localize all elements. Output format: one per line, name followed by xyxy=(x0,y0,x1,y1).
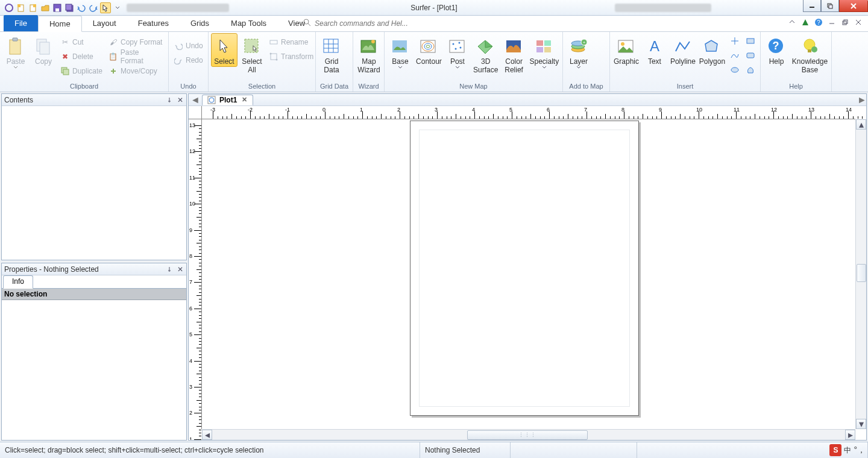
close-icon[interactable]: ✕ xyxy=(175,96,185,104)
close-button[interactable] xyxy=(839,0,868,12)
tab-grids[interactable]: Grids xyxy=(180,15,220,31)
delete-icon: ✖ xyxy=(60,52,70,61)
maximize-button[interactable] xyxy=(821,0,839,12)
grid-data-button[interactable]: Grid Data xyxy=(318,33,345,75)
properties-tabs: Info xyxy=(2,275,186,289)
select-button[interactable]: Select xyxy=(211,33,237,67)
svg-rect-11 xyxy=(829,5,832,8)
insert-point-icon[interactable] xyxy=(728,34,742,48)
qat-saveall-icon[interactable] xyxy=(64,2,75,13)
qat-pointer-icon[interactable] xyxy=(100,2,111,13)
tab-features[interactable]: Features xyxy=(127,15,180,31)
svg-rect-10 xyxy=(828,4,831,7)
tabs-right-controls: ? xyxy=(787,17,863,27)
base-button[interactable]: Base xyxy=(387,33,414,71)
search-input[interactable] xyxy=(315,19,417,28)
properties-body[interactable] xyxy=(2,300,186,440)
minimize-button[interactable] xyxy=(803,0,821,12)
post-button[interactable]: Post xyxy=(444,33,471,71)
collapse-ribbon-icon[interactable] xyxy=(787,17,797,27)
tab-home[interactable]: Home xyxy=(38,16,82,32)
layer-button[interactable]: +Layer xyxy=(565,33,592,71)
move-copy-button[interactable]: Move/Copy xyxy=(106,64,166,78)
copy-button[interactable]: Copy xyxy=(30,33,57,67)
mdi-restore-icon[interactable] xyxy=(840,17,850,27)
help-button[interactable]: ?Help xyxy=(763,33,790,67)
scroll-left-icon[interactable]: ◂ xyxy=(202,430,212,440)
graphic-button[interactable]: Graphic xyxy=(612,33,640,67)
tab-layout[interactable]: Layout xyxy=(82,15,127,31)
polyline-button[interactable]: Polyline xyxy=(669,33,697,67)
tab-nav-right-icon[interactable]: ► xyxy=(858,96,866,104)
redo-button[interactable]: Redo xyxy=(171,54,206,67)
vertical-scrollbar[interactable]: ▴ ▾ xyxy=(855,119,866,429)
qat-undo-icon[interactable] xyxy=(76,2,87,13)
select-all-icon xyxy=(242,37,262,56)
duplicate-button[interactable]: Duplicate xyxy=(58,64,105,78)
insert-rrect-icon[interactable] xyxy=(743,49,758,62)
svg-rect-26 xyxy=(270,40,277,44)
color-relief-button[interactable]: Color Relief xyxy=(501,33,527,75)
insert-spline-icon[interactable] xyxy=(728,49,742,62)
scroll-right-icon[interactable]: ▸ xyxy=(845,430,855,440)
insert-rect-icon[interactable] xyxy=(743,34,758,48)
pin-icon[interactable] xyxy=(165,265,174,274)
mdi-close-icon[interactable] xyxy=(854,17,863,27)
mdi-min-icon[interactable] xyxy=(827,17,837,27)
search-icon xyxy=(303,18,311,29)
dropdown-icon xyxy=(455,66,460,69)
close-icon[interactable]: ✕ xyxy=(175,265,185,274)
app-icon[interactable] xyxy=(4,2,14,13)
svg-text:A: A xyxy=(650,38,659,54)
tab-info[interactable]: Info xyxy=(3,275,33,289)
text-button[interactable]: AText xyxy=(641,33,668,67)
copy-format-button[interactable]: 🖌Copy Format xyxy=(106,36,166,49)
transform-button[interactable]: Transform xyxy=(266,50,316,63)
polygon-button[interactable]: Polygon xyxy=(698,33,726,67)
svg-rect-68 xyxy=(808,49,811,52)
lang-icon[interactable]: 中 xyxy=(844,445,851,456)
group-label: Grid Data xyxy=(318,82,350,92)
cut-button[interactable]: ✂Cut xyxy=(58,36,105,49)
feedback-icon[interactable] xyxy=(800,17,810,27)
surface-button[interactable]: 3D Surface xyxy=(472,33,500,75)
scroll-thumb[interactable] xyxy=(857,264,866,282)
scroll-thumb[interactable]: ⋮⋮⋮ xyxy=(467,430,588,440)
ime-icon[interactable]: S xyxy=(829,444,841,456)
tab-nav-left-icon[interactable]: ◄ xyxy=(191,96,200,104)
qat-save-icon[interactable] xyxy=(52,2,63,13)
text-icon: A xyxy=(645,37,664,56)
file-tab[interactable]: File xyxy=(4,15,38,31)
specialty-button[interactable]: Specialty xyxy=(529,33,560,71)
pin-icon[interactable] xyxy=(165,96,174,104)
contour-button[interactable]: Contour xyxy=(415,33,443,67)
qat-open-icon[interactable] xyxy=(40,2,51,13)
qat-dropdown-icon[interactable] xyxy=(112,2,123,13)
kb-button[interactable]: Knowledge Base xyxy=(791,33,829,75)
scroll-up-icon[interactable]: ▴ xyxy=(856,119,866,130)
contents-body[interactable] xyxy=(2,106,186,260)
insert-shape-icon[interactable] xyxy=(743,63,758,77)
scroll-down-icon[interactable]: ▾ xyxy=(856,419,866,429)
vertical-ruler: 131211109876543210-1 xyxy=(189,119,202,429)
punct-icon[interactable]: °， xyxy=(854,445,866,456)
search-commands[interactable] xyxy=(298,17,421,30)
paste-format-button[interactable]: 📋Paste Format xyxy=(106,50,166,63)
qat-new2-icon[interactable] xyxy=(28,2,39,13)
undo-button[interactable]: Undo xyxy=(171,39,206,52)
insert-ellipse-icon[interactable] xyxy=(728,63,742,77)
paste-button[interactable]: Paste xyxy=(2,33,29,71)
help-icon[interactable]: ? xyxy=(814,17,823,27)
tab-map-tools[interactable]: Map Tools xyxy=(220,15,277,31)
tab-close-icon[interactable]: ✕ xyxy=(241,96,248,104)
horizontal-scrollbar[interactable]: ◂ ⋮⋮⋮ ▸ xyxy=(202,429,855,440)
rename-button[interactable]: Rename xyxy=(266,36,316,49)
bulb-icon xyxy=(800,37,820,56)
qat-new-icon[interactable] xyxy=(16,2,27,13)
plot-tab[interactable]: Plot1 ✕ xyxy=(202,95,253,105)
map-wizard-button[interactable]: Map Wizard xyxy=(356,33,382,75)
qat-redo-icon[interactable] xyxy=(88,2,99,13)
select-all-button[interactable]: Select All xyxy=(239,33,265,75)
plot-canvas[interactable] xyxy=(202,119,855,429)
delete-button[interactable]: ✖Delete xyxy=(58,50,105,63)
